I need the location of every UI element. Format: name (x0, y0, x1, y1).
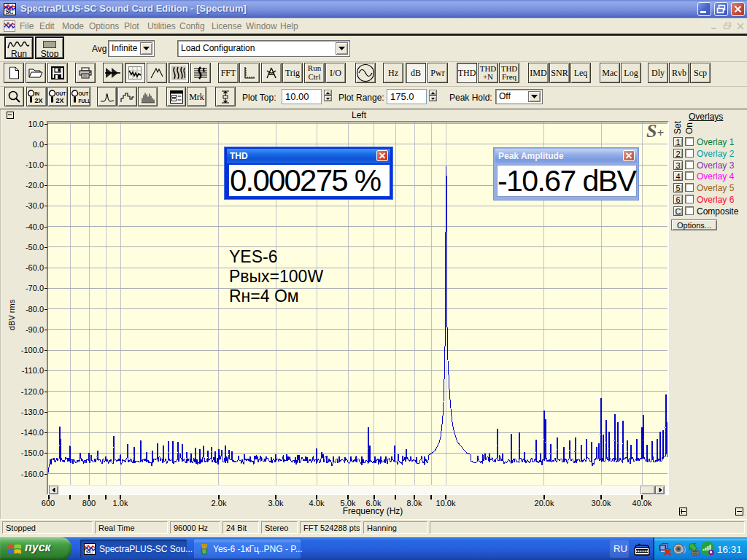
svg-text:FULL: FULL (79, 98, 90, 103)
svg-text:OUT: OUT (56, 90, 66, 96)
svg-text:IN: IN (35, 90, 40, 96)
svg-text:2X: 2X (56, 96, 64, 104)
svg-text:2X: 2X (35, 96, 43, 104)
svg-text:SC: SC (86, 549, 93, 555)
svg-text:OUT: OUT (79, 90, 89, 96)
svg-text:SC: SC (6, 9, 13, 15)
